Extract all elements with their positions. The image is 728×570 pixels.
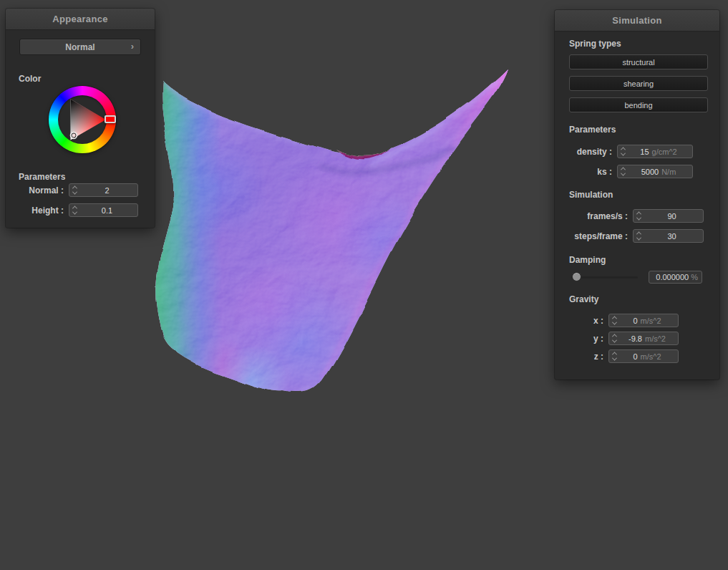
height-strength-input[interactable]: 0.1 <box>69 203 138 217</box>
stepper-up-down-icon[interactable] <box>637 230 641 242</box>
spring-types-label: Spring types <box>569 39 621 49</box>
height-strength-value: 0.1 <box>102 206 112 215</box>
gravity-x-value: 0 <box>633 317 637 325</box>
density-input[interactable]: 15 g/cm^2 <box>617 145 693 158</box>
bending-spring-button[interactable]: bending <box>569 97 708 112</box>
normal-strength-input[interactable]: 2 <box>69 183 138 197</box>
hue-selector-handle[interactable] <box>105 115 116 123</box>
ks-value: 5000 <box>641 168 659 176</box>
appearance-panel: Appearance Normal › Color <box>6 9 155 228</box>
sim-parameters-label: Parameters <box>569 125 616 135</box>
stepper-up-down-icon[interactable] <box>73 204 77 216</box>
density-value: 15 <box>640 148 649 156</box>
appearance-panel-title: Appearance <box>6 9 155 30</box>
steps-per-frame-row: steps/frame : 30 <box>555 229 704 243</box>
stepper-up-down-icon[interactable] <box>637 210 641 222</box>
gravity-x-unit: m/s^2 <box>641 317 661 325</box>
damping-value-box[interactable]: 0.000000 % <box>649 271 702 284</box>
stepper-up-down-icon[interactable] <box>621 165 625 178</box>
chevron-right-icon: › <box>131 41 134 52</box>
structural-spring-button[interactable]: structural <box>569 54 708 69</box>
gravity-z-value: 0 <box>633 352 637 361</box>
normal-strength-label: Normal : <box>29 185 64 195</box>
height-strength-label: Height : <box>31 206 64 216</box>
gravity-z-input[interactable]: 0 m/s^2 <box>608 349 679 363</box>
stepper-up-down-icon[interactable] <box>621 145 625 158</box>
simulation-panel-title: Simulation <box>555 10 719 32</box>
gravity-z-unit: m/s^2 <box>641 352 661 361</box>
ks-input[interactable]: 5000 N/m <box>617 165 693 178</box>
shearing-spring-button[interactable]: shearing <box>569 76 708 91</box>
shading-mode-value: Normal <box>65 42 94 52</box>
sim-simulation-label: Simulation <box>569 190 613 200</box>
gravity-x-row: x : 0 m/s^2 <box>555 314 679 327</box>
damping-label: Damping <box>569 255 606 265</box>
gravity-label: Gravity <box>569 294 598 304</box>
gravity-y-label: y : <box>593 334 603 344</box>
appearance-parameters-label: Parameters <box>19 172 65 182</box>
density-unit: g/cm^2 <box>652 148 677 156</box>
gravity-x-label: x : <box>593 316 603 326</box>
stepper-up-down-icon[interactable] <box>613 314 616 327</box>
ks-label: ks : <box>597 167 612 177</box>
damping-value: 0.000000 <box>656 273 689 281</box>
app-window: Appearance Normal › Color <box>0 0 728 570</box>
gravity-z-label: z : <box>594 352 603 362</box>
ks-unit: N/m <box>661 168 676 176</box>
steps-per-frame-label: steps/frame : <box>574 231 628 241</box>
frames-per-second-row: frames/s : 90 <box>555 209 704 223</box>
stepper-up-down-icon[interactable] <box>73 184 77 196</box>
stepper-up-down-icon[interactable] <box>613 332 616 344</box>
frames-per-second-input[interactable]: 90 <box>633 209 704 223</box>
density-row: density : 15 g/cm^2 <box>555 145 693 158</box>
gravity-y-input[interactable]: -9.8 m/s^2 <box>608 332 679 345</box>
gravity-y-unit: m/s^2 <box>645 334 666 343</box>
normal-strength-value: 2 <box>105 186 109 195</box>
steps-per-frame-input[interactable]: 30 <box>633 229 704 243</box>
gravity-y-value: -9.8 <box>628 334 642 343</box>
damping-slider-handle[interactable] <box>572 272 581 281</box>
frames-per-second-value: 90 <box>667 212 676 221</box>
gravity-z-row: z : 0 m/s^2 <box>555 349 679 363</box>
density-label: density : <box>577 147 612 157</box>
height-strength-row: Height : 0.1 <box>6 203 138 217</box>
ks-row: ks : 5000 N/m <box>555 165 693 178</box>
normal-strength-row: Normal : 2 <box>6 183 138 197</box>
simulation-panel: Simulation Spring types structural shear… <box>555 10 719 380</box>
shading-mode-dropdown[interactable]: Normal › <box>19 39 141 55</box>
color-wheel-picker[interactable] <box>49 86 116 153</box>
gravity-x-input[interactable]: 0 m/s^2 <box>608 314 679 327</box>
frames-per-second-label: frames/s : <box>587 211 628 221</box>
damping-unit: % <box>691 273 698 281</box>
stepper-up-down-icon[interactable] <box>613 350 616 362</box>
steps-per-frame-value: 30 <box>667 232 676 241</box>
color-section-label: Color <box>19 74 41 84</box>
gravity-y-row: y : -9.8 m/s^2 <box>555 332 679 345</box>
